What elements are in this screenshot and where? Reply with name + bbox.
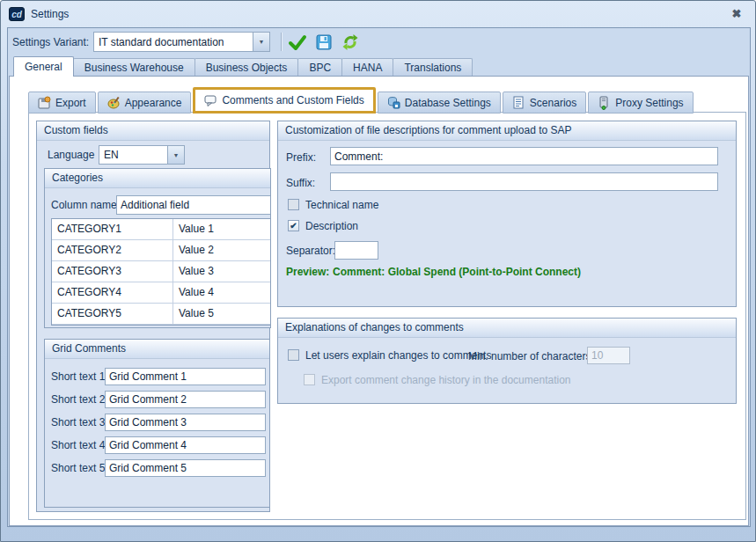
categories-table[interactable]: CATEGORY1 Value 1 CATEGORY2 Value 2 CATE… [51, 218, 271, 326]
column-name-input[interactable] [116, 195, 271, 215]
database-icon [387, 96, 400, 109]
prefix-label: Prefix: [286, 151, 316, 164]
subtab-comments-and-custom-fields[interactable]: Comments and Custom Fields [193, 87, 375, 114]
subtab-export-label: Export [55, 97, 86, 109]
chevron-down-icon[interactable]: ▼ [253, 32, 270, 52]
settings-variant-combobox[interactable]: ▼ [93, 32, 270, 52]
let-users-explain-checkbox[interactable] [288, 349, 299, 361]
chevron-down-icon[interactable]: ▼ [167, 145, 185, 165]
general-tab-page: Export Appearance [9, 76, 749, 526]
tab-general[interactable]: General [13, 56, 74, 77]
window-title: Settings [31, 8, 69, 20]
categories-group: Categories Column name: CATEGORY1 Value … [44, 168, 271, 328]
short-text-5-input[interactable] [105, 459, 266, 477]
subtab-database-label: Database Settings [405, 97, 491, 109]
min-chars-input[interactable] [587, 347, 630, 364]
close-icon[interactable]: ✖ [730, 7, 744, 21]
short-text-4-input[interactable] [105, 436, 266, 454]
category-value-cell[interactable]: Value 5 [173, 304, 271, 324]
category-key-cell[interactable]: CATEGORY4 [52, 282, 173, 303]
technical-name-checkbox[interactable] [288, 199, 299, 210]
short-text-2-input[interactable] [105, 391, 266, 408]
grid-comments-group: Grid Comments Short text 1: Short text 2… [44, 339, 270, 508]
client-area: Settings Variant: ▼ [7, 27, 751, 527]
short-text-1-input[interactable] [105, 368, 266, 385]
customization-group: Customization of file descriptions for c… [277, 121, 737, 307]
category-row[interactable]: CATEGORY2 Value 2 [52, 240, 271, 261]
technical-name-label: Technical name [305, 199, 378, 211]
preview-label: Preview: [286, 266, 329, 278]
server-icon [598, 96, 611, 110]
customization-group-title: Customization of file descriptions for c… [278, 121, 736, 141]
short-text-3-label: Short text 3: [51, 416, 108, 428]
short-text-1-label: Short text 1: [51, 370, 108, 383]
tab-business-warehouse[interactable]: Business Warehouse [73, 58, 195, 77]
explanations-group: Explanations of changes to comments Let … [277, 318, 737, 404]
category-key-cell[interactable]: CATEGORY3 [52, 261, 173, 282]
save-icon [315, 33, 333, 51]
category-row[interactable]: CATEGORY5 Value 5 [52, 304, 271, 325]
language-label: Language [48, 149, 94, 161]
tab-bpc[interactable]: BPC [297, 58, 342, 77]
subtab-proxy-label: Proxy Settings [615, 97, 683, 109]
main-tab-bar: General Business Warehouse Business Obje… [13, 56, 472, 77]
refresh-button[interactable] [340, 32, 361, 53]
description-label: Description [305, 220, 358, 232]
refresh-icon [341, 33, 359, 51]
subtab-appearance-label: Appearance [125, 97, 182, 109]
subtab-comments-label: Comments and Custom Fields [222, 94, 363, 106]
description-checkbox[interactable]: ✔ [288, 220, 299, 231]
category-value-cell[interactable]: Value 3 [173, 261, 271, 282]
short-text-2-label: Short text 2: [51, 393, 108, 406]
app-logo-icon: cd [9, 7, 25, 21]
language-combobox[interactable]: ▼ [99, 145, 185, 165]
category-row[interactable]: CATEGORY3 Value 3 [52, 261, 271, 282]
tab-hana[interactable]: HANA [341, 58, 393, 77]
explanations-group-title: Explanations of changes to comments [278, 319, 736, 338]
category-row[interactable]: CATEGORY1 Value 1 [52, 219, 271, 240]
settings-window: cd Settings ✖ Settings Variant: ▼ [0, 0, 756, 542]
subtab-proxy-settings[interactable]: Proxy Settings [588, 92, 693, 114]
subtab-scenarios[interactable]: Scenarios [503, 92, 586, 114]
custom-fields-group-title: Custom fields [37, 121, 269, 141]
tab-translations[interactable]: Translations [393, 58, 473, 77]
document-icon [512, 96, 525, 109]
column-name-label: Column name: [51, 199, 120, 211]
apply-button[interactable] [287, 32, 308, 53]
custom-fields-group: Custom fields Language ▼ Categories Colu… [36, 121, 270, 512]
checkmark-icon [288, 33, 307, 51]
short-text-3-input[interactable] [105, 414, 266, 431]
toolbar-separator [281, 33, 282, 51]
export-history-checkbox[interactable] [304, 374, 315, 385]
min-chars-label: Min. number of characters: [468, 350, 594, 363]
category-value-cell[interactable]: Value 1 [173, 219, 271, 239]
subtab-export[interactable]: Export [28, 92, 96, 114]
separator-input[interactable] [334, 241, 378, 260]
category-value-cell[interactable]: Value 4 [173, 282, 271, 303]
categories-group-title: Categories [45, 169, 270, 188]
save-button[interactable] [313, 32, 334, 53]
settings-variant-input[interactable] [93, 32, 253, 52]
prefix-input[interactable] [330, 147, 718, 165]
tab-business-objects[interactable]: Business Objects [195, 58, 299, 77]
short-text-5-label: Short text 5: [51, 462, 108, 474]
language-input[interactable] [99, 145, 167, 165]
suffix-label: Suffix: [286, 177, 315, 189]
settings-variant-label: Settings Variant: [12, 36, 89, 48]
comments-subtab-page: Custom fields Language ▼ Categories Colu… [28, 112, 746, 520]
comment-bubble-icon [204, 94, 217, 107]
category-key-cell[interactable]: CATEGORY1 [52, 219, 173, 239]
sub-tab-bar: Export Appearance [28, 87, 694, 114]
titlebar: cd Settings ✖ [1, 1, 755, 27]
let-users-explain-label: Let users explain changes to comments [305, 349, 491, 362]
category-key-cell[interactable]: CATEGORY2 [52, 240, 173, 260]
grid-comments-group-title: Grid Comments [45, 340, 269, 359]
preview-value: Comment: Global Spend (Point-to-Point Co… [333, 266, 581, 278]
subtab-scenarios-label: Scenarios [530, 97, 576, 109]
subtab-appearance[interactable]: Appearance [98, 92, 192, 114]
category-key-cell[interactable]: CATEGORY5 [52, 304, 173, 324]
subtab-database-settings[interactable]: Database Settings [378, 92, 501, 114]
category-row[interactable]: CATEGORY4 Value 4 [52, 282, 271, 304]
category-value-cell[interactable]: Value 2 [173, 240, 271, 260]
suffix-input[interactable] [330, 172, 718, 191]
